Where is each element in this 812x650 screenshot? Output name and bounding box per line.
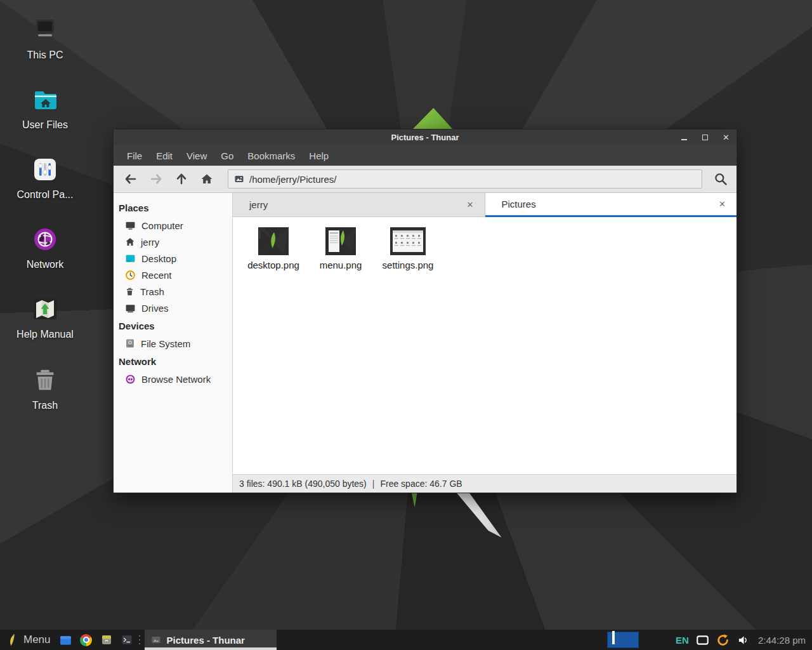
current-path: /home/jerry/Pictures/ xyxy=(249,174,337,185)
up-button[interactable] xyxy=(169,168,193,190)
clock[interactable]: 2:44:28 pm xyxy=(753,635,812,646)
sidebar-item-recent[interactable]: Recent xyxy=(114,267,232,283)
toolbar: /home/jerry/Pictures/ xyxy=(114,166,737,193)
forward-button[interactable] xyxy=(144,168,168,190)
control-panel-icon xyxy=(29,154,61,185)
desktop-icon-this-pc[interactable]: This PC xyxy=(10,14,81,61)
network-header: Network xyxy=(114,352,232,371)
menu-png-thumbnail xyxy=(325,225,356,255)
volume-tray-item[interactable] xyxy=(733,630,753,650)
file-system-drive-icon xyxy=(125,338,135,348)
file-menu-png[interactable]: menu.png xyxy=(309,225,372,270)
minimize-button[interactable] xyxy=(674,129,695,145)
sidebar-item-drives[interactable]: Drives xyxy=(114,300,232,316)
file-desktop-png[interactable]: desktop.png xyxy=(242,225,305,270)
devices-header: Devices xyxy=(114,316,232,335)
task-window-icon xyxy=(151,635,161,645)
sidebar-item-browse-network[interactable]: Browse Network xyxy=(114,371,232,387)
keyboard-layout-indicator[interactable]: EN xyxy=(672,630,693,650)
workspace-switcher[interactable] xyxy=(607,632,639,648)
taskbar: Menu Pictures - Thunar EN 2:44:28 pm xyxy=(0,630,812,650)
tab-close-icon[interactable]: ✕ xyxy=(716,198,729,210)
chrome-launcher[interactable] xyxy=(76,630,96,650)
sidebar-item-trash[interactable]: Trash xyxy=(114,283,232,300)
titlebar[interactable]: Pictures - Thunar ✕ xyxy=(114,129,737,145)
places-header: Places xyxy=(114,198,232,217)
home-button[interactable] xyxy=(195,168,219,190)
menu-edit[interactable]: Edit xyxy=(149,148,180,164)
tasklist-handle[interactable] xyxy=(137,630,142,650)
display-tray-item[interactable] xyxy=(693,630,712,650)
drives-icon xyxy=(125,303,136,314)
menu-go[interactable]: Go xyxy=(214,148,240,164)
back-arrow-icon xyxy=(124,173,137,185)
desktop-icon-help-manual[interactable]: Help Manual xyxy=(10,293,81,340)
desktop-icon-label: Network xyxy=(27,259,64,270)
file-manager-launcher[interactable] xyxy=(56,630,76,650)
terminal-icon xyxy=(121,633,133,646)
file-settings-png[interactable]: settings.png xyxy=(376,225,440,270)
location-bar[interactable]: /home/jerry/Pictures/ xyxy=(228,169,702,189)
home-icon xyxy=(200,173,213,185)
trash-icon xyxy=(29,364,61,396)
settings-png-thumbnail xyxy=(390,225,426,255)
this-pc-icon xyxy=(29,14,61,46)
help-manual-icon xyxy=(29,293,61,325)
thunar-window: Pictures - Thunar ✕ File Edit View Go Bo… xyxy=(113,129,737,493)
desktop-icon xyxy=(125,253,136,264)
trash-icon xyxy=(125,287,134,296)
desktop-icon-trash[interactable]: Trash xyxy=(10,364,81,411)
home-icon xyxy=(125,237,135,247)
menu-button[interactable]: Menu xyxy=(4,630,56,650)
menu-help[interactable]: Help xyxy=(302,148,336,164)
forward-arrow-icon xyxy=(150,173,162,185)
status-separator: | xyxy=(372,479,375,489)
desktop-icon-user-files[interactable]: User Files xyxy=(10,84,81,131)
sidebar-item-jerry[interactable]: jerry xyxy=(114,234,232,250)
update-manager-tray-item[interactable] xyxy=(712,630,733,650)
desktop-icon-label: This PC xyxy=(27,50,63,61)
maximize-icon xyxy=(702,135,708,140)
free-space: Free space: 46.7 GB xyxy=(380,479,462,489)
blue-window-icon xyxy=(59,633,72,647)
file-count-size: 3 files: 490.1 kB (490,050 bytes) xyxy=(239,479,367,489)
handle-dots-icon xyxy=(138,635,141,645)
image-file-icon xyxy=(234,174,244,184)
terminal-launcher[interactable] xyxy=(117,630,137,650)
side-pane: Places Computer jerry Desktop Recent Tra… xyxy=(114,193,233,493)
desktop-png-thumbnail xyxy=(258,225,289,255)
search-button[interactable] xyxy=(709,168,733,190)
file-view[interactable]: desktop.png menu.png settings.png xyxy=(233,217,737,474)
up-arrow-icon xyxy=(175,173,188,185)
desktop-icon-network[interactable]: Network xyxy=(10,223,81,270)
workspace-window-preview xyxy=(612,631,615,644)
task-button-thunar[interactable]: Pictures - Thunar xyxy=(145,630,277,650)
file-cabinet-icon xyxy=(100,633,113,646)
back-button[interactable] xyxy=(119,168,143,190)
sidebar-item-computer[interactable]: Computer xyxy=(114,217,232,234)
tab-jerry[interactable]: jerry ✕ xyxy=(233,193,485,217)
tab-close-icon[interactable]: ✕ xyxy=(464,199,477,211)
sidebar-item-desktop[interactable]: Desktop xyxy=(114,250,232,267)
menu-view[interactable]: View xyxy=(180,148,214,164)
window-title: Pictures - Thunar xyxy=(114,133,737,142)
desktop-icon-label: Trash xyxy=(32,400,58,411)
menu-file[interactable]: File xyxy=(120,148,149,164)
desktop-icon-control-panel[interactable]: Control Pa... xyxy=(10,154,81,201)
maximize-button[interactable] xyxy=(695,129,716,145)
desktop-icon-label: User Files xyxy=(22,119,68,131)
menu-bookmarks[interactable]: Bookmarks xyxy=(240,148,302,164)
close-button[interactable]: ✕ xyxy=(716,129,737,145)
user-files-folder-icon xyxy=(29,84,61,116)
display-icon xyxy=(697,635,709,645)
desktop-icon-label: Control Pa... xyxy=(17,189,74,201)
desktop-icon-label: Help Manual xyxy=(16,329,74,340)
update-refresh-icon xyxy=(716,633,730,647)
chrome-icon xyxy=(80,634,92,646)
speaker-icon xyxy=(737,634,749,646)
sidebar-item-file-system[interactable]: File System xyxy=(114,335,232,352)
tab-pictures[interactable]: Pictures ✕ xyxy=(485,193,737,217)
archive-launcher[interactable] xyxy=(96,630,117,650)
network-globe-icon xyxy=(29,223,61,255)
tab-bar: jerry ✕ Pictures ✕ xyxy=(233,193,737,217)
